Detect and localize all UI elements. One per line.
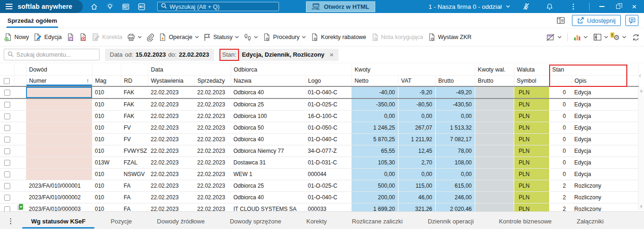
cell-netto[interactable]: 65,55 [352, 145, 398, 157]
table-row[interactable]: 010NSWGV22.02.202322.02.2023WEW 10000440… [0, 169, 638, 180]
table-row[interactable]: 2023/FA/010/000002010FA22.02.202322.02.2… [0, 192, 638, 203]
cell-brutto_wal[interactable] [475, 145, 514, 157]
properties-panel-icon[interactable] [554, 15, 567, 26]
cell-brutto[interactable]: -430,50 [435, 98, 475, 111]
cell-logo[interactable]: 01-D-031-C [305, 157, 352, 169]
document-remove-button[interactable] [79, 33, 87, 41]
cell-logo[interactable]: 000044 [305, 169, 352, 180]
cell-numer[interactable] [26, 157, 92, 169]
cell-mag[interactable]: 013W [92, 157, 121, 169]
cell-stan[interactable]: 0 [549, 98, 571, 111]
cell-netto[interactable]: 5 870,25 [352, 134, 398, 145]
cell-netto[interactable]: 0,00 [352, 111, 398, 122]
news-icon[interactable] [118, 3, 134, 11]
correction-note-button[interactable]: Nota korygująca [371, 33, 423, 41]
cell-sprzedazy[interactable]: 22.02.2023 [194, 122, 231, 134]
cell-numer[interactable] [26, 145, 92, 157]
header-wystawienia[interactable]: Wystawienia [148, 75, 194, 86]
cell-rd[interactable]: FA [121, 180, 148, 192]
cell-nazwa[interactable]: Dostawca 31 [231, 157, 305, 169]
cell-logo[interactable]: 01-O-040-C [305, 192, 352, 203]
cell-brutto_wal[interactable] [475, 122, 514, 134]
bell-icon[interactable] [542, 3, 558, 11]
collapse-panel-icon[interactable]: ‹ [639, 71, 641, 79]
cell-vat[interactable]: 0,00 [398, 169, 435, 180]
cell-nazwa[interactable]: Odbiorca 100 [231, 111, 305, 122]
cell-opis[interactable]: Edycja [571, 86, 627, 98]
cell-vat[interactable]: 46,00 [398, 192, 435, 203]
cell-wystawienia[interactable]: 22.02.2023 [148, 180, 194, 192]
refresh-button[interactable] [632, 33, 640, 41]
cell-mag[interactable]: 010 [92, 134, 121, 145]
header-group-kwoty-wal[interactable]: Kwoty wal. [475, 65, 514, 75]
footsteps-menu[interactable] [244, 33, 258, 41]
cell-opis[interactable]: Edycja [571, 111, 627, 122]
cell-opis[interactable]: Rozliczony [571, 180, 627, 192]
cell-brutto[interactable]: 7 082,17 [435, 134, 475, 145]
cell-mag[interactable]: 010 [92, 180, 121, 192]
cell-brutto_wal[interactable] [475, 192, 514, 203]
cell-mag[interactable]: 010 [92, 98, 121, 111]
kebab-menu-icon[interactable]: ⋮ [565, 2, 581, 11]
cell-vat[interactable]: -9,20 [398, 86, 435, 98]
cell-vat[interactable]: 267,07 [398, 122, 435, 134]
cell-nazwa[interactable]: Odbiorca Niemcy 77 [231, 145, 305, 157]
cell-sprzedazy[interactable]: 22.02.2023 [194, 111, 231, 122]
cell-mag[interactable]: 010 [92, 111, 121, 122]
cell-brutto[interactable]: 246,00 [435, 192, 475, 203]
footer-tab[interactable]: Dowody źródłowe [145, 212, 218, 229]
header-symbol[interactable]: Symbol [514, 75, 549, 86]
cell-brutto[interactable]: 108,00 [435, 157, 475, 169]
cell-rd[interactable]: FZAL [121, 157, 148, 169]
table-row[interactable]: 013WFZAL22.02.202322.02.2023Dostawca 310… [0, 157, 638, 169]
header-group-data[interactable]: Data [148, 65, 231, 75]
header-group-stan[interactable]: Stan [549, 65, 627, 75]
cell-opis[interactable]: Edycja [571, 157, 627, 169]
row-checkbox[interactable] [4, 137, 10, 143]
cell-opis[interactable]: Edycja [571, 145, 627, 157]
cell-mag[interactable]: 010 [92, 169, 121, 180]
cell-vat[interactable]: 115,00 [398, 180, 435, 192]
row-checkbox[interactable] [4, 183, 10, 189]
company-selector[interactable]: 1 - Nasza firma 0 - oddział [428, 3, 510, 10]
document-search-input[interactable] [16, 51, 98, 58]
edit-document-button[interactable]: Edycja [33, 33, 62, 41]
cell-stan[interactable]: 0 [549, 86, 571, 98]
cell-brutto_wal[interactable] [475, 98, 514, 111]
cell-sprzedazy[interactable]: 22.02.2023 [194, 169, 231, 180]
cell-rd[interactable]: FV [121, 122, 148, 134]
scroll-up-icon[interactable]: ∧ [640, 89, 643, 93]
header-group-dowod[interactable]: Dowód [26, 65, 92, 75]
open-in-html-button[interactable]: HTML Otwórz w HTML [306, 1, 375, 12]
cell-opis[interactable]: Edycja [571, 98, 627, 111]
cell-stan[interactable]: 0 [549, 122, 571, 134]
cell-vat[interactable]: -80,50 [398, 98, 435, 111]
cell-numer[interactable] [26, 122, 92, 134]
lightbulb-icon[interactable] [102, 3, 118, 11]
cell-netto[interactable]: 500,00 [352, 180, 398, 192]
chart-menu[interactable] [573, 33, 588, 41]
cell-rd[interactable]: NSWGV [121, 169, 148, 180]
footer-tab[interactable]: Dowody sprzężone [217, 212, 294, 229]
cell-brutto_wal[interactable] [475, 86, 514, 98]
table-row[interactable]: 010FVWYSZ22.02.202322.02.2023Odbiorca Ni… [0, 145, 638, 157]
cell-sprzedazy[interactable]: 22.02.2023 [194, 157, 231, 169]
cell-sprzedazy[interactable]: 22.02.2023 [194, 134, 231, 145]
grid-settings-menu[interactable]: ⚙! [614, 34, 626, 41]
cell-brutto_wal[interactable] [475, 157, 514, 169]
header-vat[interactable]: VAT [398, 75, 435, 86]
cell-vat[interactable]: 1 211,92 [398, 134, 435, 145]
cell-wystawienia[interactable]: 22.02.2023 [148, 169, 194, 180]
cell-mag[interactable]: 010 [92, 145, 121, 157]
cell-netto[interactable]: 105,30 [352, 157, 398, 169]
cell-numer[interactable] [26, 111, 92, 122]
row-checkbox[interactable] [4, 102, 10, 108]
cell-numer[interactable] [26, 98, 92, 111]
cell-brutto_wal[interactable] [475, 169, 514, 180]
header-group-kwoty[interactable]: Kwoty [352, 65, 475, 75]
cell-mag[interactable]: 010 [92, 192, 121, 203]
cell-rd[interactable]: FAK [121, 86, 148, 98]
cell-brutto[interactable]: 615,00 [435, 180, 475, 192]
cell-sprzedazy[interactable]: 22.02.2023 [194, 98, 231, 111]
cell-symbol[interactable]: PLN [514, 111, 549, 122]
